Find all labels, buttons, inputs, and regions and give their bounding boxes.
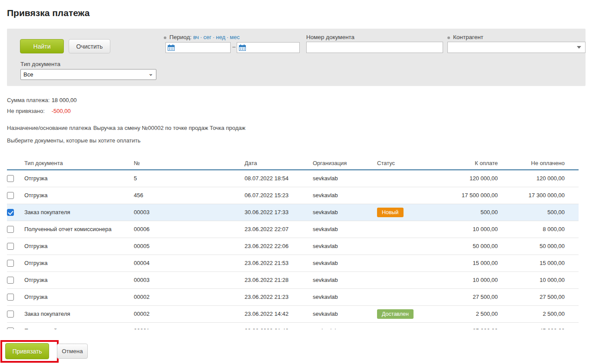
cell-to-pay: 15 000,00 xyxy=(442,255,505,271)
period-to-input[interactable] xyxy=(248,44,298,51)
unlinked-value: -500,00 xyxy=(52,108,71,114)
table-row[interactable]: Заказ покупателя0000223.06.2022 14:42sev… xyxy=(7,305,579,322)
period-shortcut-мес[interactable]: мес xyxy=(230,34,240,40)
cell-unpaid: 8 000,00 xyxy=(505,221,579,238)
shortcut-separator: · xyxy=(227,34,228,40)
cell-unpaid: 500,00 xyxy=(505,204,579,221)
period-header: Период: вч·сег·нед·мес xyxy=(164,34,240,40)
cell-checkbox xyxy=(7,238,24,255)
cell-checkbox xyxy=(7,288,24,305)
table-row[interactable]: Отгрузка0000323.06.2022 21:28sevkavlab10… xyxy=(7,271,579,288)
table-row[interactable]: Отгрузка0000423.06.2022 21:53sevkavlab15… xyxy=(7,255,579,271)
cell-number: 00002 xyxy=(134,288,245,305)
cell-date: 23.06.2022 22:07 xyxy=(245,221,313,238)
cell-number: 00003 xyxy=(134,271,245,288)
cell-unpaid: 15 000,00 xyxy=(505,255,579,271)
calendar-icon xyxy=(168,44,175,51)
documents-table-wrap: Тип документа № Дата Организация Статус … xyxy=(7,156,579,329)
cell-status xyxy=(377,238,442,255)
counterparty-combobox[interactable] xyxy=(447,42,586,53)
period-shortcut-нед[interactable]: нед xyxy=(216,34,225,40)
table-row[interactable]: Полученный отчет комиссионера0000623.06.… xyxy=(7,221,579,238)
period-shortcut-вч[interactable]: вч xyxy=(193,34,199,40)
document-number-input[interactable] xyxy=(306,42,443,53)
row-checkbox[interactable] xyxy=(7,294,14,301)
cell-org: sevkavlab xyxy=(313,271,377,288)
cell-to-pay: 500,00 xyxy=(442,204,505,221)
cancel-button[interactable]: Отмена xyxy=(57,344,88,359)
row-checkbox[interactable] xyxy=(7,311,14,318)
cell-checkbox xyxy=(7,221,24,238)
header-checkbox-spacer xyxy=(7,156,24,170)
cell-to-pay: 50 000,00 xyxy=(442,238,505,255)
cell-date: 23.06.2022 21:23 xyxy=(245,288,313,305)
cell-status xyxy=(377,288,442,305)
cell-to-pay: 85 000,00 xyxy=(442,322,505,329)
period-label: Период: xyxy=(169,34,192,40)
cell-number: 00001 xyxy=(134,322,245,329)
cell-doc-type: Отгрузка xyxy=(24,271,134,288)
column-header-number: № xyxy=(134,156,245,170)
cell-status xyxy=(377,170,442,187)
cell-checkbox xyxy=(7,322,24,329)
cell-status xyxy=(377,322,442,329)
cell-org: sevkavlab xyxy=(313,288,377,305)
row-checkbox[interactable] xyxy=(7,192,14,199)
cell-doc-type: Заказ покупателя xyxy=(24,305,134,322)
row-checkbox[interactable] xyxy=(7,175,14,182)
table-row[interactable]: Отгрузка508.07.2022 18:54sevkavlab120 00… xyxy=(7,170,579,187)
cell-org: sevkavlab xyxy=(313,322,377,329)
document-type-select[interactable]: Все ⌄ xyxy=(20,69,156,80)
chevron-down-icon xyxy=(577,46,581,49)
table-row[interactable]: Отгрузка0000523.06.2022 22:06sevkavlab50… xyxy=(7,238,579,255)
purpose-label: Назначение/основание платежа xyxy=(7,125,91,131)
cell-to-pay: 27 500,00 xyxy=(442,288,505,305)
cell-doc-type: Отгрузка xyxy=(24,187,134,204)
table-body: Отгрузка508.07.2022 18:54sevkavlab120 00… xyxy=(7,170,579,329)
status-badge: Доставлен xyxy=(377,309,414,319)
cell-unpaid: 17 300 000,00 xyxy=(505,187,579,204)
cell-to-pay: 10 000,00 xyxy=(442,221,505,238)
document-number-label: Номер документа xyxy=(306,34,354,40)
period-from-field[interactable] xyxy=(165,42,231,53)
cell-doc-type: Отгрузка xyxy=(24,170,134,187)
cell-to-pay: 17 500 000,00 xyxy=(442,187,505,204)
filter-panel: Найти Очистить Период: вч·сег·нед·мес – xyxy=(7,29,586,86)
cell-number: 00005 xyxy=(134,238,245,255)
cell-number: 5 xyxy=(134,170,245,187)
cell-date: 30.06.2022 17:33 xyxy=(245,204,313,221)
cell-number: 456 xyxy=(134,187,245,204)
counterparty-label: Контрагент xyxy=(453,34,483,40)
cell-org: sevkavlab xyxy=(313,305,377,322)
bind-button[interactable]: Привязать xyxy=(5,343,49,359)
clear-button[interactable]: Очистить xyxy=(69,39,110,53)
period-dash: – xyxy=(232,43,235,50)
column-header-org: Организация xyxy=(313,156,377,170)
row-checkbox[interactable] xyxy=(7,277,14,284)
row-checkbox[interactable] xyxy=(7,328,14,329)
cell-org: sevkavlab xyxy=(313,187,377,204)
table-row[interactable]: Полученный отчет комиссионера0000123.06.… xyxy=(7,322,579,329)
cell-unpaid: 45 000,00 xyxy=(505,322,579,329)
period-to-field[interactable] xyxy=(237,42,300,53)
row-checkbox-checked[interactable] xyxy=(7,209,14,216)
cell-checkbox xyxy=(7,305,24,322)
find-button[interactable]: Найти xyxy=(20,39,64,53)
row-checkbox[interactable] xyxy=(7,226,14,233)
table-row[interactable]: Отгрузка0000223.06.2022 21:23sevkavlab27… xyxy=(7,288,579,305)
table-row[interactable]: Отгрузка45606.07.2022 15:23sevkavlab17 5… xyxy=(7,187,579,204)
row-checkbox[interactable] xyxy=(7,243,14,250)
period-from-input[interactable] xyxy=(176,44,228,51)
cell-checkbox xyxy=(7,187,24,204)
unlinked-label: Не привязано: xyxy=(7,106,50,116)
row-checkbox[interactable] xyxy=(7,260,14,267)
cell-number: 00002 xyxy=(134,305,245,322)
cell-unpaid: 27 500,00 xyxy=(505,288,579,305)
shortcut-separator: · xyxy=(200,34,202,40)
cell-doc-type: Отгрузка xyxy=(24,288,134,305)
table-row[interactable]: Заказ покупателя0000330.06.2022 17:33sev… xyxy=(7,204,579,221)
column-header-unpaid: Не оплачено xyxy=(505,156,579,170)
cell-doc-type: Заказ покупателя xyxy=(24,204,134,221)
purpose-value: Выручка за смену №00002 по точке продаж … xyxy=(93,125,245,131)
period-shortcut-сег[interactable]: сег xyxy=(203,34,211,40)
